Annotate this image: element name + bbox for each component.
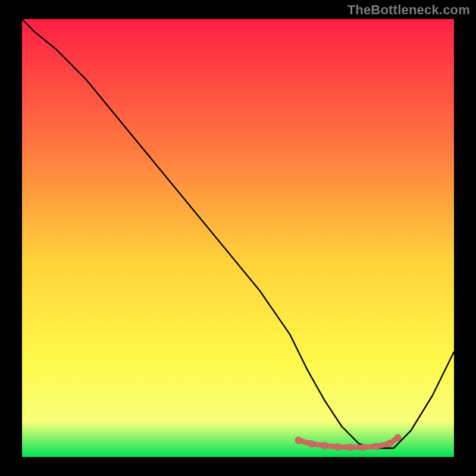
chart-svg <box>22 19 454 457</box>
marker-dot <box>360 444 367 450</box>
marker-dot <box>295 437 302 444</box>
marker-dot <box>386 440 393 447</box>
watermark-text: TheBottleneck.com <box>347 2 470 18</box>
plot-area <box>22 19 454 457</box>
marker-dot <box>373 443 380 450</box>
marker-dot <box>347 444 353 450</box>
marker-dot <box>394 434 401 441</box>
marker-dot <box>321 442 328 449</box>
marker-dot <box>334 444 341 450</box>
chart-frame: TheBottleneck.com <box>0 0 476 476</box>
gradient-background <box>22 19 454 457</box>
marker-dot <box>308 440 315 447</box>
